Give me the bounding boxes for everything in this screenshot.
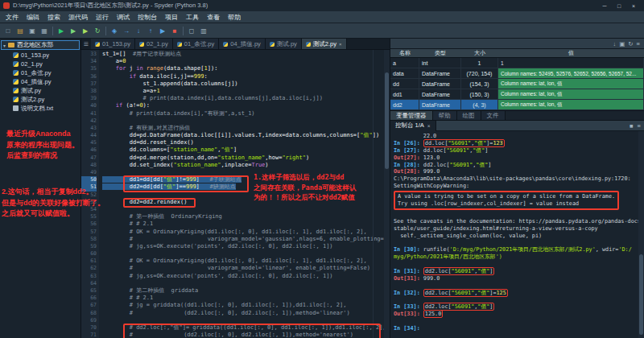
code-line: dd=pd.DataFrame(data.iloc[[i]].values.T,… [102,132,390,139]
menu-help[interactable]: 帮助 [224,13,245,22]
variable-row-data[interactable]: dataDataFrame(720, 154)Column names: 524… [390,68,644,79]
save-icon[interactable]: ▣ [27,25,38,36]
editor-tab-测试2.py[interactable]: 测试2.py× [302,39,347,49]
import-data-icon[interactable]: ↓ [613,40,616,47]
options-menu-icon[interactable]: ≡ [637,40,640,47]
tab-label: 测试2.py [313,40,336,48]
step-into-icon[interactable]: ↓ [133,25,144,36]
close-button[interactable]: × [626,1,641,10]
interrupt-icon[interactable]: ■ [630,122,634,130]
code-line: # print(data.index[i],data.columns[j],da… [102,95,390,102]
menu-debug[interactable]: 调试 [113,13,134,22]
maximize-pane-icon[interactable]: ◻ [186,25,197,36]
refresh-icon[interactable]: ↻ [628,40,633,47]
line-number: 42 [81,117,97,125]
editor-tab-01_余弦.py[interactable]: 01_余弦.py [173,39,220,49]
pane-tab-帮助[interactable]: 帮助 [433,111,457,120]
console-tab-bar: 控制台 1/A × ■≡ [390,121,644,131]
line-number: 70 [81,324,97,332]
line-number: 69 [81,317,97,324]
options-menu-icon[interactable]: ≡ [638,122,641,130]
console-scrollbar[interactable] [638,131,644,338]
cell-value: Column names: 52495, 52576, 52652, 52656… [498,68,644,78]
code-line: dd.set_index("station_name",inplace=True… [102,162,390,169]
editor-tab-测试.py[interactable]: 测试.py [266,39,302,49]
annotation-box-reindex-line [123,198,196,208]
menu-projects[interactable]: 项目 [161,13,182,22]
editor-scrollbar[interactable] [384,50,390,338]
project-file-04_插值.py[interactable]: 04_插值.py [0,77,80,86]
python-file-icon [13,61,19,67]
line-number: 62 [81,265,97,272]
project-file-说明文档.txt[interactable]: 说明文档.txt [0,104,80,113]
code-line: if data.iloc[i,j]==999: [102,73,390,80]
pane-tab-绘图[interactable]: 绘图 [457,111,481,120]
tree-expand-caret-icon[interactable]: ▾ [3,43,6,48]
debug-icon[interactable]: ◈ [109,25,120,36]
line-number: 50 [81,176,97,183]
layout-icon[interactable]: ▥ [198,25,209,36]
input-prompt: In [26]: [394,140,423,146]
stop-icon[interactable]: ■ [169,25,180,36]
column-header-name[interactable]: 名称 [390,49,419,57]
python-file-icon [95,42,100,47]
console-line [394,211,644,218]
code-area[interactable]: st_1=[] #用于记录联测站点 a=0 for j in range(dat… [99,50,390,338]
menu-source[interactable]: 源代码 [64,13,92,22]
column-header-type[interactable]: 类型 [419,49,461,57]
file-name: 01_余弦.py [21,69,52,77]
editor-tab-01_153.py[interactable]: 01_153.py [91,39,135,49]
open-file-icon[interactable]: ▤ [14,25,26,36]
menu-run[interactable]: 运行 [92,13,113,22]
editor-body[interactable]: 3334353637383940414243444546474849505152… [81,50,390,338]
maximize-button[interactable]: □ [612,1,626,10]
save-data-icon[interactable]: ▣ [619,40,625,47]
new-file-icon[interactable]: □ [2,25,14,36]
menu-edit[interactable]: 编辑 [23,13,43,22]
close-icon[interactable]: × [427,123,431,129]
pane-tab-变量管理器[interactable]: 变量管理器 [390,111,433,120]
console-body[interactable]: 22.0In [26]: dd.loc["56091","值"]=123In [… [390,131,644,338]
run-icon[interactable]: ▶ [56,25,67,36]
console-tab[interactable]: 控制台 1/A × [390,121,436,131]
console-line: Out[27]: 123.0 [394,155,644,162]
menu-view[interactable]: 查看 [203,13,224,22]
menu-search[interactable]: 搜索 [43,13,64,22]
editor-tab-04_插值.py[interactable]: 04_插值.py [219,39,266,49]
project-file-测试2.py[interactable]: 测试2.py [0,95,80,104]
output-prompt: Out[28]: [394,168,423,175]
column-header-size[interactable]: 大小 [461,49,498,57]
console-line: C:\ProgramData\Anaconda3\lib\site-packag… [394,175,644,183]
project-file-02_1.py[interactable]: 02_1.py [0,60,80,68]
project-root-item[interactable]: ▾ 西北地区东部 [1,40,80,50]
editor-scrollbar-thumb[interactable] [385,72,389,169]
minimize-button[interactable]: ─ [597,1,612,10]
project-file-01_153.py[interactable]: 01_153.py [0,51,80,60]
variable-table-header: 名称 类型 大小 值 [390,49,644,58]
run-cell-advance-icon[interactable]: ▶ [80,25,91,36]
cell-size: (4, 3) [461,100,498,109]
editor-tab-bar: ☰ 01_153.py02_1.py01_余弦.py04_插值.py测试.py测… [81,39,390,50]
editor-tab-02_1.py[interactable]: 02_1.py [135,39,173,49]
menu-consoles[interactable]: 控制台 [134,13,161,22]
menu-tools[interactable]: 工具 [182,13,203,22]
variable-row-dd[interactable]: ddDataFrame(154, 3)Column names: lat, lo… [390,79,644,89]
close-icon[interactable]: × [339,42,342,47]
console-scrollbar-thumb[interactable] [639,254,643,335]
save-all-icon[interactable]: ▦ [39,25,50,36]
step-return-icon[interactable]: ↑ [145,25,156,36]
continue-icon[interactable]: ▶ [157,25,168,36]
annotation-view-link-note: 1.这样子筛选以后，dd2与dd之间存在关联，Panda可能这样认为的！！所以之… [254,172,357,203]
variable-row-dd1[interactable]: dd1DataFrame(150, 3)Column names: lat, l… [390,89,644,100]
step-over-icon[interactable]: → [121,25,132,36]
menu-file[interactable]: 文件 [2,13,23,22]
variable-row-dd2[interactable]: dd2DataFrame(4, 3)Column names: lat, lon… [390,100,644,110]
pane-tab-文件[interactable]: 文件 [481,111,506,120]
rerun-cell-icon[interactable]: ↻ [92,25,103,36]
column-header-value[interactable]: 值 [498,49,644,57]
project-file-01_余弦.py[interactable]: 01_余弦.py [0,68,80,77]
browse-tabs-icon[interactable]: ☰ [81,39,91,49]
project-file-测试.py[interactable]: 测试.py [0,86,80,95]
run-cell-icon[interactable]: ▶ [68,25,79,36]
variable-row-a[interactable]: aint11 [390,58,644,68]
